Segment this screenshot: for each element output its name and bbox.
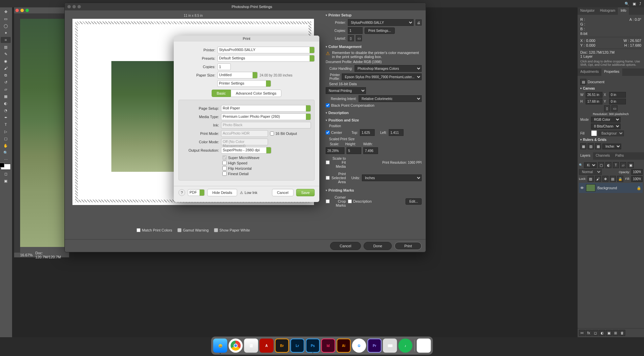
filter-smart[interactable]: ▣	[628, 162, 634, 168]
lasso-tool[interactable]: ◯	[1, 23, 11, 29]
type-tool[interactable]: T	[1, 121, 11, 128]
adj-icon[interactable]: ◐	[599, 330, 605, 336]
stamp-tool[interactable]: ⧉	[1, 72, 11, 78]
dock-premiere[interactable]: Pr	[368, 339, 382, 353]
link-icon[interactable]: ⚯	[579, 330, 585, 336]
hand-tool[interactable]: ✋	[1, 143, 11, 149]
height-input[interactable]	[346, 147, 361, 154]
pdf-button[interactable]: PDF	[188, 189, 205, 196]
dodge-tool[interactable]: ◔	[1, 107, 11, 113]
canvas-h[interactable]	[586, 99, 602, 104]
handling-select[interactable]: Photoshop Manages Colors	[355, 65, 422, 72]
dock-lightroom[interactable]: Lr	[290, 339, 305, 353]
center-check[interactable]	[326, 131, 330, 135]
shape-tool[interactable]: ▢	[1, 136, 11, 142]
dock-1password[interactable]: ①	[352, 339, 366, 353]
tab-navigator[interactable]: Navigator	[578, 7, 597, 15]
path-tool[interactable]: ▷	[1, 129, 11, 135]
tab-adjustments[interactable]: Adjustments	[578, 68, 601, 76]
blur-tool[interactable]: ◐	[1, 100, 11, 106]
visibility-icon[interactable]: 👁	[580, 186, 584, 190]
page-select[interactable]: Roll Paper	[221, 105, 311, 112]
refresh-icon[interactable]: 🖨	[416, 19, 422, 26]
tab-histogram[interactable]: Histogram	[597, 7, 618, 15]
filter-adj[interactable]: ◐	[605, 162, 611, 168]
flip-check[interactable]	[222, 166, 227, 170]
marks-header[interactable]: Printing Marks	[326, 188, 422, 192]
printer-select[interactable]: StylusPro9900-SALLY	[348, 19, 414, 26]
quickmask[interactable]: ◻	[1, 171, 11, 177]
os-section-select[interactable]: Printer Settings	[217, 80, 271, 87]
trash-icon[interactable]: 🗑	[619, 330, 625, 336]
mask-icon[interactable]: ◻	[592, 330, 598, 336]
history-tool[interactable]: ↺	[1, 79, 11, 85]
edit-btn[interactable]: Edit...	[406, 198, 422, 205]
gradient-tool[interactable]: ▦	[1, 93, 11, 99]
units-select[interactable]: Inches	[602, 144, 621, 149]
new-icon[interactable]: ⊞	[612, 330, 619, 336]
marquee-tool[interactable]: ▭	[1, 16, 11, 22]
dock-terminal[interactable]: ⌨	[383, 339, 397, 353]
bits-select[interactable]: 8 Bits/Channel	[591, 123, 621, 129]
maximize-icon[interactable]	[77, 5, 81, 8]
doc-info[interactable]: Doc: 120.7M/120.7M	[35, 251, 69, 259]
finest-check[interactable]	[222, 171, 227, 176]
tab-info[interactable]: Info	[618, 7, 629, 15]
landscape-btn[interactable]: ▭	[356, 35, 362, 41]
os-cancel-button[interactable]: Cancel	[272, 189, 293, 196]
scale-input[interactable]	[326, 147, 344, 154]
portrait-btn[interactable]: ▯	[348, 35, 354, 41]
edit-toolbar[interactable]: ⋯	[1, 157, 11, 163]
copies-input[interactable]	[348, 27, 363, 34]
hide-details-button[interactable]: Hide Details	[207, 189, 237, 196]
portrait-icon[interactable]: ▯	[604, 105, 610, 111]
maximize-icon[interactable]	[25, 9, 29, 12]
canvas-y[interactable]	[609, 99, 626, 104]
frame-tool[interactable]: ▥	[1, 44, 11, 50]
os-save-button[interactable]: Save	[296, 189, 315, 196]
dock-acrobat[interactable]: A	[260, 339, 274, 353]
intent-select[interactable]: Relative Colorimetric	[359, 95, 422, 102]
cancel-button[interactable]: Cancel	[330, 242, 361, 250]
layer-background[interactable]: 👁 Background 🔒	[579, 183, 643, 193]
eyedropper-tool[interactable]: ✎	[1, 51, 11, 57]
desc-header[interactable]: Description	[326, 111, 422, 115]
dock-trash[interactable]: 🗑	[417, 339, 431, 353]
pos-header[interactable]: Position and Size	[326, 118, 422, 122]
screenmode[interactable]: ▣	[1, 178, 11, 184]
printer-setup-header[interactable]: Printer Setup	[326, 13, 422, 17]
rulers-icon[interactable]: ▦	[580, 143, 586, 149]
hs-check[interactable]	[222, 161, 227, 165]
width-input[interactable]	[363, 147, 378, 154]
fill-select[interactable]: Background Color	[598, 131, 624, 136]
pen-tool[interactable]: ✒	[1, 114, 11, 120]
res-select[interactable]: SuperPhoto - 2880 dpi	[221, 147, 271, 154]
tab-basic[interactable]: Basic	[212, 90, 231, 97]
eraser-tool[interactable]: ▱	[1, 86, 11, 92]
match-colors-check[interactable]	[137, 228, 141, 232]
dock-preview[interactable]: 🖼	[244, 339, 258, 353]
os-presets-select[interactable]: Default Settings	[217, 55, 315, 62]
help-button[interactable]: ?	[178, 189, 185, 196]
canvas-image[interactable]	[20, 19, 69, 247]
brush-tool[interactable]: 🖌	[1, 65, 11, 71]
zoom-level[interactable]: 16.67%	[20, 253, 33, 257]
guides-icon[interactable]: ▩	[595, 143, 601, 149]
dock-illustrator[interactable]: Ai	[337, 339, 351, 353]
print-image[interactable]	[111, 61, 182, 172]
desc-check[interactable]	[348, 199, 352, 203]
lock-all[interactable]: 🔒	[617, 176, 623, 182]
opacity-val[interactable]	[631, 169, 643, 175]
dock-bridge[interactable]: Br	[275, 339, 289, 353]
panels-icon[interactable]: ▣	[633, 2, 636, 6]
blend-mode[interactable]: Normal	[579, 169, 602, 175]
landscape-icon[interactable]: ▭	[611, 105, 618, 111]
dock-photoshop[interactable]: Ps	[306, 339, 320, 353]
pprofile-select[interactable]: Epson Stylus Pro 9900_7900 PremiumLuster…	[342, 73, 422, 80]
dock-indesign[interactable]: Id	[321, 339, 335, 353]
selarea-check[interactable]	[326, 176, 330, 180]
os-copies-input[interactable]	[217, 63, 231, 70]
minimize-icon[interactable]	[20, 9, 24, 12]
move-tool[interactable]: ✥	[1, 9, 11, 15]
filter-img[interactable]: ▢	[598, 162, 604, 168]
